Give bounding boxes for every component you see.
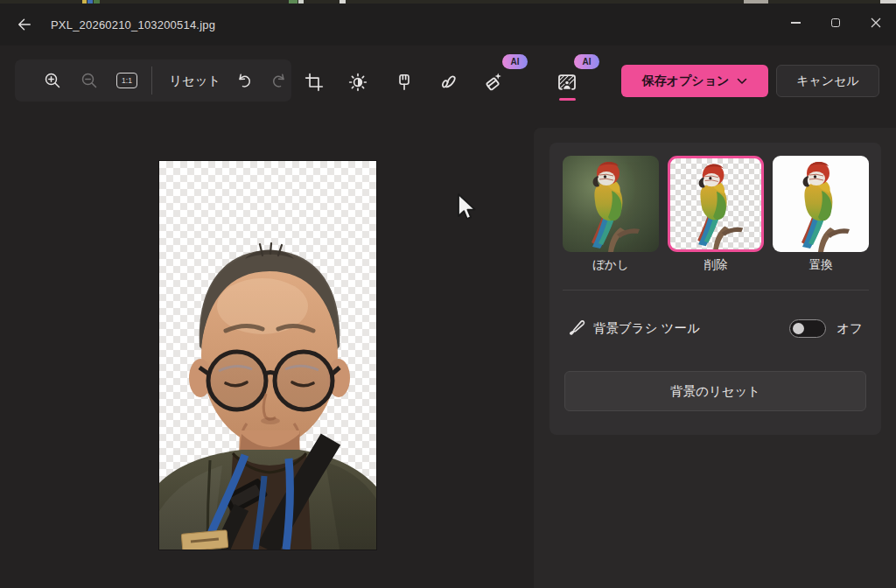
photos-app-window: PXL_20260210_103200514.jpg	[0, 0, 896, 588]
close-button[interactable]	[856, 4, 896, 42]
background-removal-icon	[556, 72, 578, 93]
portrait-subject	[159, 161, 376, 550]
brush-tool-toggle[interactable]	[789, 319, 826, 338]
generative-erase-button[interactable]	[475, 65, 510, 100]
ai-badge: AI	[574, 54, 599, 69]
zoom-out-button[interactable]	[74, 65, 105, 96]
reset-background-button[interactable]: 背景のリセット	[564, 371, 866, 411]
brush-tool-label: 背景ブラシ ツール	[593, 311, 700, 346]
background-options-card: ぼかし 削除 置換 背景ブラシ ツール オフ 背景のリセット	[550, 143, 881, 435]
adjustments-button[interactable]	[340, 65, 375, 100]
selected-tool-underline	[559, 98, 576, 101]
editor-toolbar: 1:1 リセット	[0, 46, 896, 105]
brightness-icon	[348, 73, 368, 92]
mode-label-remove: 削除	[668, 257, 764, 273]
brush-tool-row: 背景ブラシ ツール オフ	[550, 311, 881, 346]
background-panel: ぼかし 削除 置換 背景ブラシ ツール オフ 背景のリセット	[534, 128, 896, 588]
brush-icon	[567, 318, 586, 337]
parrot-blur-preview	[563, 156, 659, 252]
undo-icon	[235, 72, 253, 89]
photo-canvas[interactable]	[159, 161, 376, 550]
save-options-label: 保存オプション	[642, 74, 730, 89]
titlebar: PXL_20260210_103200514.jpg	[0, 4, 896, 46]
one-to-one-icon: 1:1	[116, 73, 137, 88]
parrot-transparent-preview	[670, 158, 761, 249]
mode-label-blur: ぼかし	[563, 257, 659, 273]
filter-icon	[395, 73, 414, 92]
save-options-button[interactable]: 保存オプション	[621, 65, 768, 97]
toggle-knob	[793, 323, 804, 334]
zoom-in-icon	[44, 72, 61, 89]
ai-badge: AI	[502, 54, 528, 69]
maximize-icon	[831, 18, 840, 27]
background-button[interactable]	[550, 65, 584, 100]
markup-button[interactable]	[431, 65, 466, 100]
generative-erase-icon	[482, 72, 503, 93]
zoom-reset-group: 1:1 リセット	[15, 60, 291, 102]
cancel-label: キャンセル	[796, 74, 859, 89]
redo-icon	[270, 72, 288, 89]
filter-button[interactable]	[387, 65, 422, 100]
crop-button[interactable]	[297, 65, 332, 100]
redo-button[interactable]	[263, 65, 295, 96]
reset-button[interactable]: リセット	[162, 60, 228, 102]
crop-icon	[304, 73, 324, 92]
mode-label-replace: 置換	[773, 257, 869, 273]
panel-divider	[563, 290, 869, 290]
minimize-icon	[791, 22, 801, 23]
back-button[interactable]	[12, 13, 37, 36]
undo-button[interactable]	[228, 65, 260, 96]
chevron-down-icon	[737, 78, 747, 85]
maximize-button[interactable]	[816, 4, 856, 42]
mouse-cursor	[456, 192, 479, 222]
toggle-state-label: オフ	[836, 311, 863, 346]
mode-option-replace[interactable]	[773, 156, 869, 252]
markup-pen-icon	[438, 72, 459, 93]
zoom-in-button[interactable]	[37, 65, 68, 96]
minimize-button[interactable]	[775, 4, 816, 42]
mode-option-blur[interactable]	[563, 156, 659, 252]
zoom-out-icon	[80, 72, 98, 89]
close-icon	[871, 18, 881, 28]
file-title: PXL_20260210_103200514.jpg	[51, 4, 215, 46]
parrot-white-preview	[773, 156, 869, 252]
mode-option-remove-selected[interactable]	[668, 156, 764, 252]
toolbar-divider	[151, 66, 152, 94]
arrow-left-icon	[17, 17, 32, 32]
cancel-button[interactable]: キャンセル	[776, 65, 879, 97]
actual-size-button[interactable]: 1:1	[111, 65, 143, 96]
reset-background-label: 背景のリセット	[670, 383, 760, 400]
